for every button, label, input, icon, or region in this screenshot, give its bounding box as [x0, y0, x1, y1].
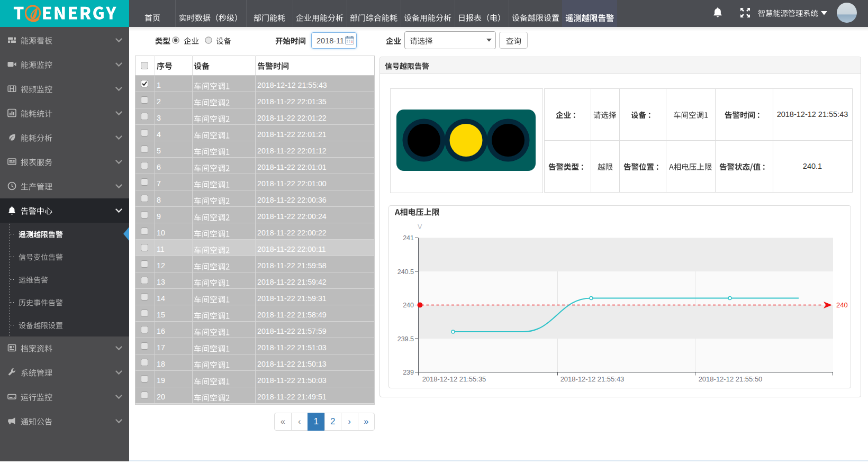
- svg-text:240: 240: [403, 302, 414, 309]
- svg-text:239.5: 239.5: [397, 335, 414, 343]
- svg-text:241: 241: [403, 234, 414, 242]
- svg-text:240: 240: [836, 301, 848, 309]
- svg-text:V: V: [418, 223, 422, 231]
- svg-text:240.5: 240.5: [397, 268, 414, 276]
- svg-text:239: 239: [403, 369, 414, 376]
- svg-text:2018-12-12 21:55:50: 2018-12-12 21:55:50: [699, 375, 763, 383]
- svg-text:2018-12-12 21:55:35: 2018-12-12 21:55:35: [422, 375, 486, 383]
- svg-text:2018-12-12 21:55:43: 2018-12-12 21:55:43: [560, 375, 625, 383]
